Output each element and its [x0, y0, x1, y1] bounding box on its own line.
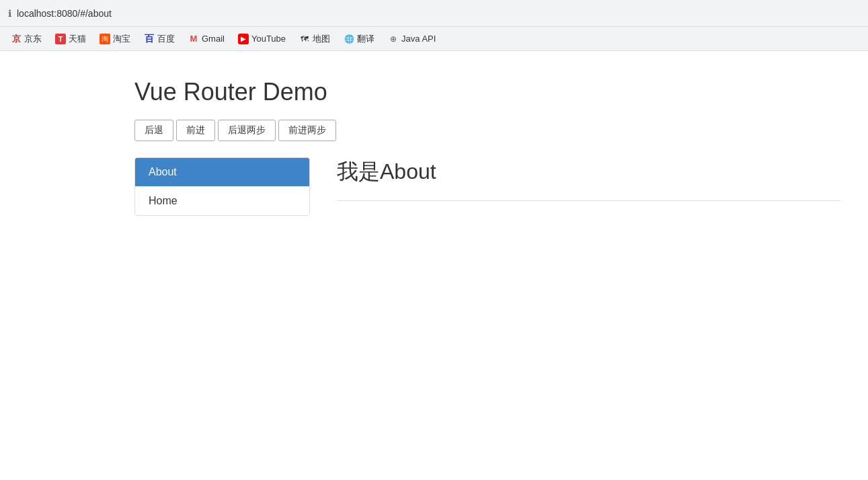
tianmao-icon: T	[55, 34, 66, 44]
bookmark-jingdong-label: 京东	[24, 33, 42, 45]
bookmark-maps[interactable]: 🗺 地图	[294, 30, 336, 48]
router-nav: About Home	[134, 157, 310, 216]
content-divider	[337, 200, 841, 201]
page-content: Vue Router Demo 后退 前进 后退两步 前进两步 About Ho…	[0, 51, 868, 216]
bookmark-jingdong[interactable]: 京 京东	[5, 30, 47, 48]
bookmark-taobao-label: 淘宝	[113, 33, 130, 45]
bookmark-tianmao-label: 天猫	[69, 33, 86, 45]
back2-button[interactable]: 后退两步	[218, 120, 276, 141]
bookmark-javaapi-label: Java API	[401, 34, 436, 44]
address-bar: ℹ localhost:8080/#/about	[0, 0, 868, 27]
app-title: Vue Router Demo	[134, 78, 868, 106]
back-button[interactable]: 后退	[134, 120, 173, 141]
jingdong-icon: 京	[11, 34, 22, 44]
bookmark-translate-label: 翻译	[357, 33, 374, 45]
bookmark-tianmao[interactable]: T 天猫	[50, 30, 91, 48]
bookmark-maps-label: 地图	[313, 33, 330, 45]
info-icon: ℹ	[8, 8, 11, 19]
bookmark-translate[interactable]: 🌐 翻译	[338, 30, 380, 48]
url-display[interactable]: localhost:8080/#/about	[17, 8, 112, 19]
nav-item-about[interactable]: About	[135, 158, 309, 186]
maps-icon: 🗺	[299, 34, 310, 44]
router-layout: About Home 我是About	[134, 157, 868, 216]
bookmarks-bar: 京 京东 T 天猫 淘 淘宝 百 百度 M Gmail ▶ YouTube 🗺 …	[0, 27, 868, 51]
bookmark-baidu[interactable]: 百 百度	[139, 30, 180, 48]
translate-icon: 🌐	[344, 34, 354, 44]
bookmark-javaapi[interactable]: ⊕ Java API	[383, 31, 441, 47]
forward-button[interactable]: 前进	[176, 120, 215, 141]
gmail-icon: M	[188, 34, 199, 44]
nav-buttons: 后退 前进 后退两步 前进两步	[134, 120, 868, 141]
bookmark-baidu-label: 百度	[157, 33, 175, 45]
bookmark-youtube[interactable]: ▶ YouTube	[233, 31, 291, 47]
bookmark-youtube-label: YouTube	[251, 34, 286, 44]
nav-item-home[interactable]: Home	[135, 186, 309, 215]
bookmark-taobao[interactable]: 淘 淘宝	[94, 30, 136, 48]
content-text: 我是About	[337, 157, 841, 187]
baidu-icon: 百	[144, 34, 155, 44]
bookmark-gmail[interactable]: M Gmail	[183, 31, 230, 47]
bookmark-gmail-label: Gmail	[202, 34, 225, 44]
youtube-icon: ▶	[238, 34, 249, 44]
forward2-button[interactable]: 前进两步	[278, 120, 336, 141]
router-content: 我是About	[310, 157, 868, 201]
javaapi-icon: ⊕	[388, 34, 399, 44]
taobao-icon: 淘	[100, 34, 110, 44]
